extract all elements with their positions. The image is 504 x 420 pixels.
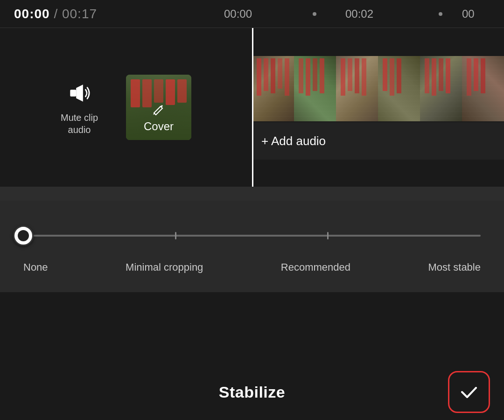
- video-frame-1: [252, 56, 294, 121]
- left-panel: Mute clip audio: [0, 28, 252, 187]
- cover-label-container: Cover: [144, 103, 174, 140]
- label-minimal: Minimal cropping: [126, 261, 203, 273]
- speaker-icon: [65, 79, 93, 107]
- timeline-header: 00:00 / 00:17 00:00 00:02 00: [0, 0, 504, 28]
- time-total-value: 00:17: [62, 7, 97, 21]
- cover-thumbnail[interactable]: Cover: [126, 75, 191, 140]
- mute-label: Mute clip audio: [61, 112, 98, 136]
- confirm-button[interactable]: [448, 371, 490, 413]
- checkmark-icon: [457, 380, 481, 404]
- time-divider: /: [54, 7, 62, 21]
- video-frame-6: [462, 56, 504, 121]
- video-frame-2: [294, 56, 336, 121]
- cover-label: Cover: [144, 120, 174, 133]
- video-frame-5: [420, 56, 462, 121]
- svg-rect-0: [70, 90, 76, 97]
- marker-0: 00:00: [224, 7, 252, 21]
- slider-thumb-inner: [18, 230, 29, 241]
- playhead: [252, 28, 253, 187]
- time-current-value: 00:00: [14, 7, 50, 21]
- right-panel: + + Add audio: [252, 28, 504, 187]
- dot-1: [313, 12, 316, 16]
- stabilize-title: Stabilize: [219, 383, 285, 401]
- add-audio-label: + Add audio: [261, 134, 326, 148]
- add-audio-button[interactable]: + Add audio: [261, 134, 326, 148]
- stabilize-section: None Minimal cropping Recommended Most s…: [0, 201, 504, 292]
- timeline-markers: 00:00 00:02 00: [210, 0, 504, 28]
- tick-2: [327, 232, 329, 239]
- slider-thumb[interactable]: [13, 225, 34, 246]
- tick-1: [175, 232, 176, 239]
- add-audio-row: + Add audio: [252, 122, 504, 160]
- section-divider: [0, 187, 504, 201]
- label-none: None: [23, 261, 48, 273]
- pencil-icon: [152, 103, 165, 118]
- slider-labels: None Minimal cropping Recommended Most s…: [23, 261, 481, 273]
- video-frame-3: [336, 56, 378, 121]
- marker-2: 00:02: [345, 7, 373, 21]
- video-frame-4: [378, 56, 420, 121]
- slider-track: [23, 235, 481, 237]
- current-time: 00:00 / 00:17: [14, 7, 97, 21]
- label-recommended: Recommended: [281, 261, 350, 273]
- stabilize-slider-container[interactable]: [23, 224, 481, 247]
- video-strip: +: [252, 56, 504, 121]
- label-most-stable: Most stable: [428, 261, 481, 273]
- dot-2: [439, 12, 442, 16]
- mute-control[interactable]: Mute clip audio: [61, 79, 98, 136]
- marker-3: 00: [462, 7, 475, 21]
- main-area: Mute clip audio: [0, 28, 504, 187]
- bottom-bar: Stabilize: [0, 364, 504, 420]
